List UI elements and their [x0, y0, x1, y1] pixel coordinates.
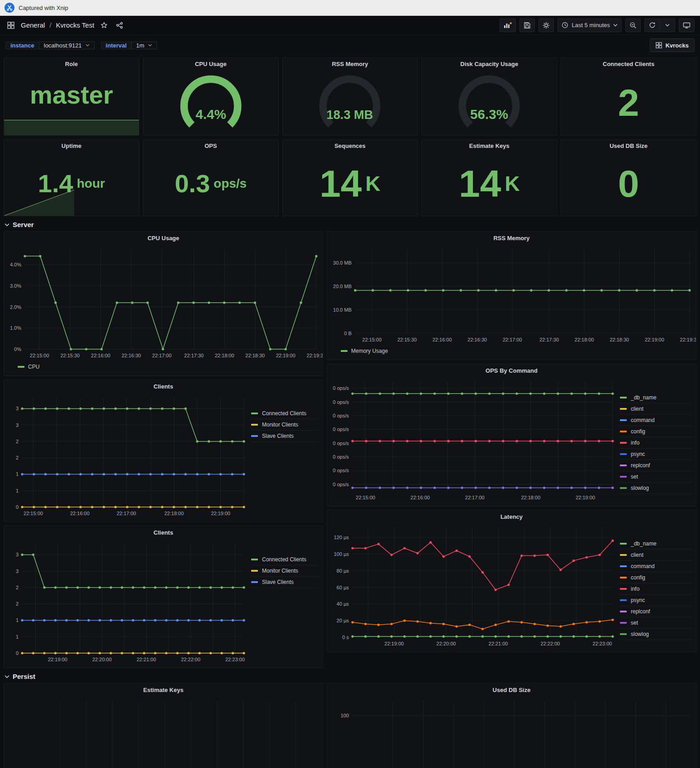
svg-text:22:16:00: 22:16:00	[433, 337, 452, 342]
dashboard-settings-button[interactable]	[538, 19, 554, 32]
panel-title[interactable]: RSS Memory	[283, 58, 418, 70]
svg-text:22:15:30: 22:15:30	[60, 353, 80, 358]
used-db-size-chart[interactable]: 100	[327, 696, 696, 768]
panel-title[interactable]: Clients	[4, 380, 323, 393]
add-panel-button[interactable]	[500, 19, 516, 32]
clients-chart-2[interactable]: 011223322:19:0022:20:0022:21:0022:22:002…	[4, 539, 250, 665]
legend-item-_db_name[interactable]: _db_name	[619, 538, 692, 550]
legend-item-replconf[interactable]: replconf	[619, 606, 692, 617]
estimate-keys-chart[interactable]	[4, 696, 323, 768]
legend-item-slave-clients[interactable]: Slave Clients	[250, 431, 319, 442]
legend-item-command[interactable]: command	[619, 561, 692, 572]
tv-mode-button[interactable]	[679, 19, 695, 32]
panel-title[interactable]: CPU Usage	[143, 58, 278, 70]
svg-text:3: 3	[16, 422, 19, 428]
legend-item-replconf[interactable]: replconf	[619, 460, 692, 471]
chevron-down-icon	[5, 675, 10, 678]
refresh-button[interactable]	[644, 19, 660, 32]
legend-item-_db_name[interactable]: _db_name	[619, 392, 692, 403]
cpu-usage-chart[interactable]: 0%1.0%2.0%3.0%4.0%22:15:0022:15:3022:16:…	[4, 244, 323, 361]
disk-gauge-value: 56.3%	[470, 106, 508, 121]
svg-text:120 µs: 120 µs	[334, 535, 349, 540]
svg-text:2: 2	[16, 601, 19, 607]
legend-item-monitor-clients[interactable]: Monitor Clients	[250, 565, 319, 577]
refresh-interval-dropdown[interactable]	[660, 19, 675, 32]
star-icon[interactable]	[99, 20, 110, 31]
time-range-label: Last 5 minutes	[571, 22, 610, 28]
svg-text:22:23:00: 22:23:00	[593, 641, 612, 646]
svg-text:60 µs: 60 µs	[337, 585, 349, 590]
legend-item-connected-clients[interactable]: Connected Clients	[250, 554, 319, 565]
legend-item-client[interactable]: client	[619, 403, 692, 415]
zoom-out-button[interactable]	[625, 19, 641, 32]
dashboards-grid-icon[interactable]	[5, 20, 16, 31]
svg-text:3: 3	[16, 569, 19, 574]
rss-gauge: 18.3 MB	[307, 74, 393, 132]
time-range-picker[interactable]: Last 5 minutes	[557, 19, 622, 32]
panel-title[interactable]: Latency	[327, 510, 696, 523]
kvrocks-link-button[interactable]: Kvrocks	[650, 38, 695, 52]
panel-title[interactable]: Used DB Size	[327, 683, 696, 696]
legend-item-client[interactable]: client	[619, 550, 692, 561]
svg-text:22:15:00: 22:15:00	[362, 337, 382, 342]
instance-variable-dropdown[interactable]: localhost:9121	[39, 42, 95, 49]
clients-chart-1[interactable]: 011223322:15:0022:16:0022:17:0022:18:002…	[4, 393, 250, 519]
panel-title[interactable]: Disk Capacity Usage	[422, 58, 557, 70]
legend-item-cpu[interactable]: CPU	[18, 364, 39, 370]
section-server[interactable]: Server	[0, 216, 700, 231]
legend-item-memory-usage[interactable]: Memory Usage	[341, 348, 388, 354]
panel-title[interactable]: CPU Usage	[4, 232, 323, 244]
legend-item-slowlog[interactable]: slowlog	[619, 629, 692, 640]
legend-item-psync[interactable]: psync	[619, 449, 692, 460]
legend-item-connected-clients[interactable]: Connected Clients	[250, 408, 319, 419]
rss-memory-chart[interactable]: 0 B10.0 MB20.0 MB30.0 MB22:15:0022:15:30…	[327, 244, 696, 345]
clients-chart-panel-1: Clients 011223322:15:0022:16:0022:17:002…	[4, 379, 323, 522]
panel-title[interactable]: Role	[4, 58, 139, 70]
used-db-size-stat-panel: Used DB Size 0	[561, 139, 696, 216]
svg-text:0 s: 0 s	[342, 635, 349, 640]
uptime-value: 1.4	[38, 171, 73, 196]
legend-item-set[interactable]: set	[619, 617, 692, 629]
breadcrumb-section[interactable]: General	[21, 21, 45, 29]
legend-item-monitor-clients[interactable]: Monitor Clients	[250, 419, 319, 431]
section-persist[interactable]: Persist	[0, 668, 700, 683]
svg-text:20 µs: 20 µs	[337, 618, 349, 623]
legend-item-config[interactable]: config	[619, 572, 692, 583]
chevron-down-icon	[5, 223, 10, 227]
save-dashboard-button[interactable]	[519, 19, 535, 32]
svg-text:22:17:30: 22:17:30	[184, 353, 204, 358]
svg-text:22:22:00: 22:22:00	[541, 641, 560, 646]
legend-item-set[interactable]: set	[619, 471, 692, 483]
legend-item-info[interactable]: info	[619, 583, 692, 595]
panel-title[interactable]: Estimate Keys	[422, 140, 557, 152]
svg-text:22:16:00: 22:16:00	[91, 353, 110, 358]
panel-title[interactable]: Estimate Keys	[4, 683, 323, 696]
ops-by-command-chart[interactable]: 0 ops/s0 ops/s0 ops/s0 ops/s0 ops/s0 ops…	[327, 377, 619, 503]
svg-text:22:15:00: 22:15:00	[356, 495, 375, 500]
panel-title[interactable]: Clients	[4, 526, 323, 539]
panel-title[interactable]: Used DB Size	[561, 140, 696, 152]
legend-item-slave-clients[interactable]: Slave Clients	[250, 577, 319, 588]
interval-variable-dropdown[interactable]: 1m	[131, 42, 157, 49]
panel-title[interactable]: Connected Clients	[561, 58, 696, 70]
legend-item-slowlog[interactable]: slowlog	[619, 483, 692, 494]
chevron-down-icon	[613, 24, 618, 27]
page-title[interactable]: Kvrocks Test	[56, 21, 95, 29]
legend-item-config[interactable]: config	[619, 426, 692, 437]
svg-text:0 B: 0 B	[344, 331, 352, 336]
legend-item-info[interactable]: info	[619, 437, 692, 449]
breadcrumb-separator: /	[49, 21, 51, 29]
panel-title[interactable]: OPS By Command	[327, 364, 696, 377]
ops-unit: ops/s	[214, 176, 247, 191]
legend-item-command[interactable]: command	[619, 415, 692, 426]
svg-text:22:18:00: 22:18:00	[215, 353, 234, 358]
svg-text:0 ops/s: 0 ops/s	[333, 468, 349, 473]
share-icon[interactable]	[114, 20, 125, 31]
panel-title[interactable]: Sequences	[283, 140, 418, 152]
legend-item-psync[interactable]: psync	[619, 595, 692, 606]
latency-chart[interactable]: 0 s20 µs40 µs60 µs80 µs100 µs120 µs22:19…	[327, 523, 619, 649]
connected-clients-value: 2	[618, 84, 639, 122]
panel-title[interactable]: OPS	[143, 140, 278, 152]
panel-title[interactable]: RSS Memory	[327, 232, 696, 244]
panel-title[interactable]: Uptime	[4, 140, 139, 152]
